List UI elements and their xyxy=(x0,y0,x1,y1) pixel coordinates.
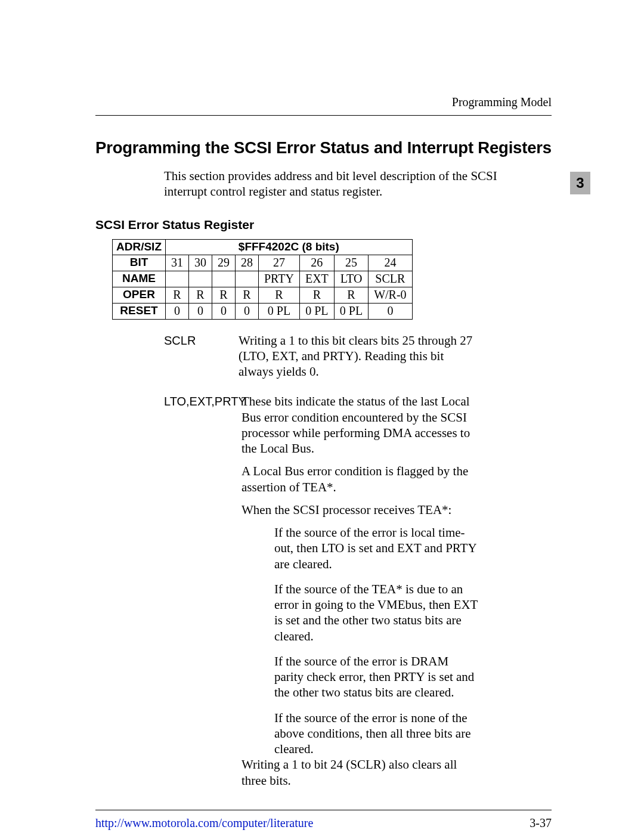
def-text: Writing a 1 to this bit clears bits 25 t… xyxy=(239,333,477,380)
name-27: PRTY xyxy=(259,271,300,287)
name-25: LTO xyxy=(334,271,368,287)
row-label-name: NAME xyxy=(113,271,166,287)
def-label-lto-ext-prty: LTO,EXT,PRTY xyxy=(164,394,242,409)
reset-30: 0 xyxy=(189,303,212,319)
oper-26: R xyxy=(299,287,334,303)
definition-lto-ext-prty: LTO,EXT,PRTY These bits indicate the sta… xyxy=(164,394,552,788)
bit-26: 26 xyxy=(299,255,334,271)
table-row: NAME PRTY EXT LTO SCLR xyxy=(113,271,413,287)
bit-31: 31 xyxy=(166,255,189,271)
intro-paragraph: This section provides address and bit le… xyxy=(164,168,498,200)
oper-24: W/R-0 xyxy=(369,287,412,303)
page-title: Programming the SCSI Error Status and In… xyxy=(95,138,552,157)
condition-item: If the source of the error is local time… xyxy=(274,525,480,572)
page-number: 3-37 xyxy=(530,816,552,830)
page-footer: http://www.motorola.com/computer/literat… xyxy=(95,810,552,830)
section-heading: SCSI Error Status Register xyxy=(95,218,552,232)
footer-link[interactable]: http://www.motorola.com/computer/literat… xyxy=(95,816,313,830)
row-label-oper: OPER xyxy=(113,287,166,303)
def-text: When the SCSI processor receives TEA*: xyxy=(242,502,480,518)
reset-26: 0 PL xyxy=(299,303,334,319)
reset-24: 0 xyxy=(369,303,412,319)
bit-28: 28 xyxy=(236,255,259,271)
oper-30: R xyxy=(189,287,212,303)
def-text: These bits indicate the status of the la… xyxy=(242,394,480,456)
name-30 xyxy=(189,271,212,287)
oper-29: R xyxy=(212,287,236,303)
def-label-sclr: SCLR xyxy=(164,333,239,348)
oper-27: R xyxy=(259,287,300,303)
name-31 xyxy=(166,271,189,287)
table-row: OPER R R R R R R R W/R-0 xyxy=(113,287,413,303)
condition-item: If the source of the TEA* is due to an e… xyxy=(274,581,480,644)
reset-31: 0 xyxy=(166,303,189,319)
oper-28: R xyxy=(236,287,259,303)
row-label-bit: BIT xyxy=(113,255,166,271)
condition-list: If the source of the error is local time… xyxy=(274,525,480,757)
oper-31: R xyxy=(166,287,189,303)
table-row: RESET 0 0 0 0 0 PL 0 PL 0 PL 0 xyxy=(113,303,413,319)
chapter-tab: 3 xyxy=(570,172,590,194)
table-row: BIT 31 30 29 28 27 26 25 24 xyxy=(113,255,413,271)
bit-25: 25 xyxy=(334,255,368,271)
bit-27: 27 xyxy=(259,255,300,271)
bit-definitions: SCLR Writing a 1 to this bit clears bits… xyxy=(164,333,552,788)
row-label-reset: RESET xyxy=(113,303,166,319)
row-label-adr: ADR/SIZ xyxy=(113,239,166,255)
condition-item: If the source of the error is DRAM parit… xyxy=(274,654,480,701)
definition-sclr: SCLR Writing a 1 to this bit clears bits… xyxy=(164,333,552,380)
name-29 xyxy=(212,271,236,287)
def-text: Writing a 1 to bit 24 (SCLR) also clears… xyxy=(242,757,480,788)
reset-29: 0 xyxy=(212,303,236,319)
reset-27: 0 PL xyxy=(259,303,300,319)
oper-25: R xyxy=(334,287,368,303)
name-28 xyxy=(236,271,259,287)
bit-30: 30 xyxy=(189,255,212,271)
name-26: EXT xyxy=(299,271,334,287)
def-text: A Local Bus error condition is flagged b… xyxy=(242,463,480,495)
reset-25: 0 PL xyxy=(334,303,368,319)
bit-24: 24 xyxy=(369,255,412,271)
running-head: Programming Model xyxy=(95,95,552,116)
table-row: ADR/SIZ $FFF4202C (8 bits) xyxy=(113,239,413,255)
condition-item: If the source of the error is none of th… xyxy=(274,710,480,757)
reset-28: 0 xyxy=(236,303,259,319)
register-address: $FFF4202C (8 bits) xyxy=(166,239,413,255)
bit-29: 29 xyxy=(212,255,236,271)
name-24: SCLR xyxy=(369,271,412,287)
register-table: ADR/SIZ $FFF4202C (8 bits) BIT 31 30 29 … xyxy=(112,239,413,320)
